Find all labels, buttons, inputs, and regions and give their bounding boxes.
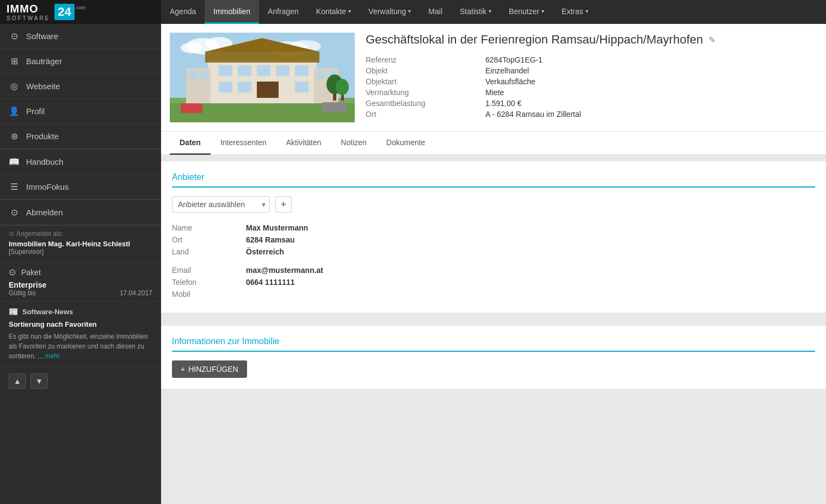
meta-label: Gesamtbelastung <box>366 99 474 108</box>
sidebar-item-label-immofokus: ImmoFokus <box>26 182 69 191</box>
sidebar-item-profil[interactable]: 👤 Profil <box>0 99 161 124</box>
nav-anfragen[interactable]: Anfragen <box>259 0 307 24</box>
paket-validity: Gültig bis 17.04.2017 <box>9 289 152 297</box>
svg-point-3 <box>181 42 202 53</box>
anbieter-select-wrapper: Anbieter auswählen <box>172 196 270 213</box>
kontakte-caret: ▾ <box>348 8 351 14</box>
sidebar-item-produkte[interactable]: ⊛ Produkte <box>0 124 161 149</box>
contact-value-email: max@mustermann.at <box>246 266 815 275</box>
nav-immobilien[interactable]: Immobilien <box>205 0 259 24</box>
sidebar-item-software[interactable]: ⊙ Software <box>0 24 161 49</box>
logo-immo: IMMO <box>7 3 50 15</box>
tab-notizen[interactable]: Notizen <box>331 132 376 155</box>
tab-dokumente[interactable]: Dokumente <box>377 132 435 155</box>
sidebar-item-label-webseite: Webseite <box>26 82 60 91</box>
svg-rect-17 <box>238 82 251 92</box>
nav-benutzer[interactable]: Benutzer ▾ <box>500 0 553 24</box>
svg-rect-11 <box>219 65 232 76</box>
contact-value-telefon: 0664 1111111 <box>246 278 815 287</box>
svg-rect-22 <box>200 71 208 79</box>
section-gap <box>161 313 826 319</box>
nav-kontakte[interactable]: Kontakte ▾ <box>307 0 360 24</box>
user-info: ⊙ Angemeldet als: Immobilien Mag. Karl-H… <box>0 226 161 263</box>
nav-agenda[interactable]: Agenda <box>161 0 205 24</box>
info-immobilie-title: Informationen zur Immobilie <box>172 337 815 352</box>
svg-rect-16 <box>219 82 232 92</box>
verwaltung-caret: ▾ <box>408 8 411 14</box>
contact-label-land: Land <box>172 247 237 256</box>
news-icon: 📰 <box>9 307 18 316</box>
contact-label-ort: Ort <box>172 235 237 244</box>
svg-rect-15 <box>295 65 309 76</box>
sidebar-item-abmelden[interactable]: ⊙ Abmelden <box>0 200 161 225</box>
logo: IMMO SOFTWARE 24 .com <box>0 0 161 24</box>
hinzufuegen-label: HINZUFÜGEN <box>188 365 238 374</box>
main-content: Geschäftslokal in der Ferienregion Ramsa… <box>161 24 826 504</box>
edit-title-icon[interactable]: ✎ <box>708 35 716 45</box>
meta-label: Objektart <box>366 77 474 86</box>
contact-value-ort: 6284 Ramsau <box>246 235 815 244</box>
webseite-icon: ◎ <box>9 81 20 91</box>
anbieter-section: Anbieter Anbieter auswählen + Name Max M… <box>161 161 826 313</box>
anbieter-title: Anbieter <box>172 172 815 188</box>
tab-interessenten[interactable]: Interessenten <box>211 132 276 155</box>
contact-grid-2: Email max@mustermann.at Telefon 0664 111… <box>172 266 815 298</box>
arrow-down-button[interactable]: ▼ <box>30 374 48 389</box>
bautraeger-icon: ⊞ <box>9 56 20 66</box>
handbuch-icon: 📖 <box>9 157 20 167</box>
contact-label-name: Name <box>172 223 237 232</box>
property-title: Geschäftslokal in der Ferienregion Ramsa… <box>366 33 817 47</box>
contact-value-land: Österreich <box>246 247 815 256</box>
sidebar-item-immofokus[interactable]: ☰ ImmoFokus <box>0 175 161 200</box>
profil-icon: 👤 <box>9 106 20 116</box>
meta-label: Objekt <box>366 66 474 75</box>
tab-aktivitaeten[interactable]: Aktivitäten <box>276 132 331 155</box>
contact-value-mobil <box>246 290 815 298</box>
svg-point-31 <box>336 79 349 95</box>
property-details: Geschäftslokal in der Ferienregion Ramsa… <box>366 33 817 119</box>
nav-extras[interactable]: Extras ▾ <box>553 0 597 24</box>
meta-value: A - 6284 Ramsau im Zillertal <box>485 110 817 119</box>
news-title: Sortierung nach Favoriten <box>9 320 152 328</box>
svg-rect-18 <box>257 82 279 98</box>
nav-mail[interactable]: Mail <box>420 0 451 24</box>
sidebar-item-handbuch[interactable]: 📖 Handbuch <box>0 150 161 175</box>
contact-value-name: Max Mustermann <box>246 223 815 232</box>
meta-value: Miete <box>485 88 817 97</box>
hinzufuegen-button[interactable]: + HINZUFÜGEN <box>172 360 247 378</box>
property-image <box>170 33 355 122</box>
news-more-link[interactable]: mehr <box>45 352 60 360</box>
nav-verwaltung[interactable]: Verwaltung ▾ <box>360 0 420 24</box>
logo-com: .com <box>75 5 86 10</box>
produkte-icon: ⊛ <box>9 131 20 141</box>
plus-icon: + <box>181 365 185 374</box>
meta-label: Referenz <box>366 55 474 64</box>
top-navigation: IMMO SOFTWARE 24 .com Agenda Immobilien … <box>0 0 826 24</box>
nav-items: Agenda Immobilien Anfragen Kontakte ▾ Ve… <box>161 0 826 24</box>
meta-value: Verkaufsfläche <box>485 77 817 86</box>
property-header: Geschäftslokal in der Ferienregion Ramsa… <box>161 24 826 131</box>
svg-rect-27 <box>322 102 347 112</box>
arrow-up-button[interactable]: ▲ <box>9 374 26 389</box>
svg-rect-24 <box>317 71 325 79</box>
sidebar: ⊙ Software ⊞ Bauträger ◎ Webseite 👤 Prof… <box>0 24 161 504</box>
paket-name: Enterprise <box>9 281 152 289</box>
sidebar-item-bautraeger[interactable]: ⊞ Bauträger <box>0 49 161 74</box>
meta-label: Ort <box>366 110 474 119</box>
svg-rect-13 <box>257 65 270 76</box>
tabs-bar: Daten Interessenten Aktivitäten Notizen … <box>161 131 826 155</box>
software-news: 📰 Software-News Sortierung nach Favorite… <box>0 302 161 367</box>
sidebar-item-label-abmelden: Abmelden <box>26 208 63 217</box>
nav-statistik[interactable]: Statistik ▾ <box>451 0 500 24</box>
contact-label-email: Email <box>172 266 237 275</box>
meta-label: Vermarktung <box>366 88 474 97</box>
sidebar-item-webseite[interactable]: ◎ Webseite <box>0 74 161 99</box>
anbieter-select-row: Anbieter auswählen + <box>172 196 815 213</box>
svg-rect-26 <box>181 103 202 113</box>
tab-daten[interactable]: Daten <box>170 132 211 155</box>
anbieter-select[interactable]: Anbieter auswählen <box>172 196 270 213</box>
add-anbieter-button[interactable]: + <box>275 196 292 213</box>
contact-grid: Name Max Mustermann Ort 6284 Ramsau Land… <box>172 223 815 256</box>
login-icon: ⊙ <box>9 230 14 238</box>
sidebar-item-label-bautraeger: Bauträger <box>26 57 62 66</box>
